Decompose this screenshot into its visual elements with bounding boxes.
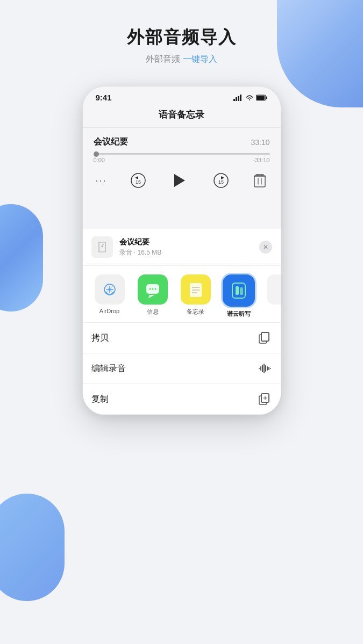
recording-title-row: 会议纪要 33:10 bbox=[94, 136, 270, 148]
file-icon bbox=[91, 236, 113, 258]
dictation-label: 谱云听写 bbox=[227, 310, 251, 318]
progress-thumb bbox=[94, 151, 99, 157]
phone-screen: 9:41 bbox=[82, 86, 281, 415]
page-header: 外部音频导入 外部音频 一键导入 bbox=[0, 0, 363, 76]
svg-rect-6 bbox=[266, 96, 267, 99]
close-button[interactable]: ✕ bbox=[259, 241, 272, 254]
share-app-messages[interactable]: 信息 bbox=[131, 274, 174, 318]
file-name: 会议纪要 bbox=[119, 237, 259, 247]
edit-label: 编辑录音 bbox=[91, 363, 126, 374]
share-app-more[interactable] bbox=[260, 274, 281, 318]
airdrop-symbol bbox=[101, 281, 118, 298]
dictation-icon-wrapper bbox=[223, 274, 255, 307]
rewind-button[interactable]: 15 bbox=[129, 171, 148, 190]
subtitle-prefix: 外部音频 bbox=[146, 54, 182, 63]
file-info-row: 会议纪要 录音 · 16.5 MB ✕ bbox=[83, 229, 281, 266]
recording-duration: 33:10 bbox=[251, 138, 269, 147]
progress-container[interactable]: 0:00 -33:10 bbox=[94, 153, 270, 163]
share-app-dictation[interactable]: 谱云听写 bbox=[217, 274, 260, 318]
copy-label: 拷贝 bbox=[91, 332, 109, 344]
waveform-icon bbox=[257, 361, 272, 376]
file-info-text: 会议纪要 录音 · 16.5 MB bbox=[119, 237, 259, 257]
play-button[interactable] bbox=[170, 171, 189, 190]
recording-controls: ··· 15 bbox=[94, 171, 270, 190]
forward-button[interactable]: 15 bbox=[211, 171, 231, 190]
notes-symbol bbox=[187, 281, 204, 298]
blob-left-mid bbox=[0, 204, 43, 312]
svg-point-25 bbox=[152, 288, 153, 290]
duplicate-icon bbox=[257, 392, 272, 407]
svg-text:15: 15 bbox=[218, 179, 224, 185]
messages-label: 信息 bbox=[147, 308, 159, 316]
svg-rect-3 bbox=[240, 95, 241, 101]
svg-point-22 bbox=[108, 288, 111, 291]
phone-mockup: 9:41 bbox=[82, 86, 281, 415]
airdrop-icon bbox=[95, 274, 125, 305]
duplicate-svg bbox=[259, 393, 271, 405]
action-duplicate[interactable]: 复制 bbox=[83, 384, 281, 415]
status-time: 9:41 bbox=[96, 93, 112, 102]
svg-marker-9 bbox=[174, 174, 185, 187]
notes-icon bbox=[181, 274, 211, 305]
app-title: 语音备忘录 bbox=[83, 104, 281, 128]
blob-bottom-left bbox=[0, 494, 65, 601]
svg-rect-33 bbox=[261, 332, 269, 341]
notes-label: 备忘录 bbox=[187, 308, 204, 316]
svg-rect-5 bbox=[257, 96, 265, 100]
copy-icon bbox=[257, 330, 272, 345]
spacer bbox=[83, 197, 281, 229]
svg-rect-12 bbox=[254, 176, 265, 187]
share-app-notes[interactable]: 备忘录 bbox=[174, 274, 217, 318]
page-title: 外部音频导入 bbox=[0, 26, 363, 49]
page-subtitle: 外部音频 一键导入 bbox=[0, 54, 363, 65]
progress-track[interactable] bbox=[94, 153, 270, 155]
waveform-svg bbox=[258, 363, 271, 374]
progress-labels: 0:00 -33:10 bbox=[94, 157, 270, 163]
share-sheet: 会议纪要 录音 · 16.5 MB ✕ bbox=[83, 229, 281, 415]
trash-icon bbox=[254, 173, 266, 187]
svg-point-24 bbox=[149, 288, 151, 290]
play-icon bbox=[173, 173, 186, 188]
status-bar: 9:41 bbox=[83, 86, 281, 104]
progress-end: -33:10 bbox=[253, 157, 269, 163]
battery-icon bbox=[256, 95, 268, 101]
action-edit[interactable]: 编辑录音 bbox=[83, 353, 281, 384]
forward-icon: 15 bbox=[212, 172, 230, 189]
svg-point-26 bbox=[154, 288, 156, 290]
wifi-icon bbox=[245, 95, 254, 101]
svg-text:15: 15 bbox=[136, 179, 141, 185]
signal-icon bbox=[233, 95, 243, 101]
delete-button[interactable] bbox=[252, 173, 267, 188]
more-options-button[interactable]: ··· bbox=[96, 175, 107, 186]
copy-svg bbox=[259, 332, 271, 344]
airdrop-label: AirDrop bbox=[99, 308, 119, 314]
more-app-icon bbox=[267, 274, 281, 305]
subtitle-accent: 一键导入 bbox=[183, 54, 217, 63]
status-icons bbox=[233, 95, 268, 101]
svg-rect-0 bbox=[233, 99, 235, 101]
share-app-airdrop[interactable]: AirDrop bbox=[88, 274, 131, 318]
duplicate-label: 复制 bbox=[91, 394, 109, 405]
share-apps-row: AirDrop 信息 bbox=[83, 266, 281, 323]
svg-rect-2 bbox=[238, 96, 239, 101]
svg-rect-1 bbox=[236, 97, 237, 101]
svg-line-20 bbox=[102, 244, 104, 245]
audio-file-icon bbox=[97, 241, 108, 253]
dictation-symbol bbox=[229, 281, 248, 300]
rewind-icon: 15 bbox=[130, 172, 147, 189]
action-copy[interactable]: 拷贝 bbox=[83, 323, 281, 353]
progress-start: 0:00 bbox=[94, 157, 105, 163]
recording-card: 会议纪要 33:10 0:00 -33:10 ··· bbox=[83, 128, 281, 197]
file-meta: 录音 · 16.5 MB bbox=[119, 248, 259, 257]
recording-title: 会议纪要 bbox=[94, 136, 128, 148]
messages-symbol bbox=[144, 281, 161, 298]
messages-icon bbox=[138, 274, 168, 305]
